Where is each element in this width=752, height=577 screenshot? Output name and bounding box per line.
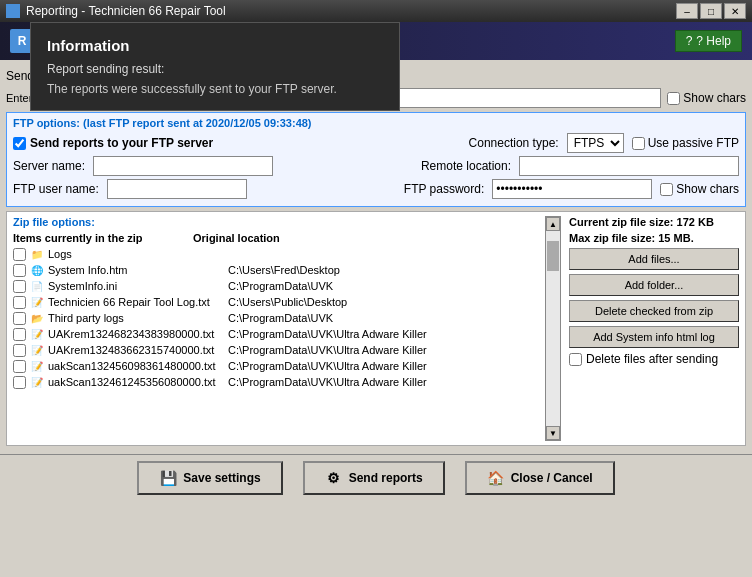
max-zip-size: Max zip file size: 15 MB. — [569, 232, 739, 244]
ftp-password-input[interactable] — [492, 179, 652, 199]
zip-item-name: Logs — [48, 248, 224, 260]
ftp-user-input[interactable] — [107, 179, 247, 199]
scroll-track — [546, 231, 560, 426]
zip-list-item: 📄 SystemInfo.ini C:\ProgramData\UVK — [13, 278, 537, 294]
show-chars-label[interactable]: Show chars — [667, 91, 746, 105]
zip-list-item: 📝 UAKrem132468234383980000.txt C:\Progra… — [13, 326, 537, 342]
popup-title: Information — [47, 37, 383, 54]
app-icon — [6, 4, 20, 18]
zip-item-icon: 📝 — [30, 359, 44, 373]
zip-item-checkbox[interactable] — [13, 264, 26, 277]
maximize-button[interactable]: □ — [700, 3, 722, 19]
zip-item-icon: 📝 — [30, 295, 44, 309]
window-title: Reporting - Technicien 66 Repair Tool — [26, 4, 226, 18]
zip-item-name: System Info.htm — [48, 264, 224, 276]
connection-type-select[interactable]: FTPS — [567, 133, 624, 153]
close-cancel-button[interactable]: 🏠 Close / Cancel — [465, 461, 615, 495]
zip-item-checkbox[interactable] — [13, 376, 26, 389]
zip-item-name: SystemInfo.ini — [48, 280, 224, 292]
ftp-user-label: FTP user name: — [13, 182, 99, 196]
zip-item-location: C:\ProgramData\UVK\Ultra Adware Killer — [228, 344, 537, 356]
zip-item-checkbox[interactable] — [13, 312, 26, 325]
zip-item-checkbox[interactable] — [13, 280, 26, 293]
bottom-toolbar: 💾 Save settings ⚙ Send reports 🏠 Close /… — [0, 454, 752, 501]
zip-item-checkbox[interactable] — [13, 328, 26, 341]
popup-subtitle: Report sending result: — [47, 62, 383, 76]
zip-item-checkbox[interactable] — [13, 248, 26, 261]
zip-scrollbar[interactable]: ▲ ▼ — [545, 216, 561, 441]
info-popup: Information Report sending result: The r… — [30, 22, 400, 111]
server-name-input[interactable] — [93, 156, 273, 176]
zip-list-item: 📂 Third party logs C:\ProgramData\UVK — [13, 310, 537, 326]
zip-item-location: C:\ProgramData\UVK\Ultra Adware Killer — [228, 328, 537, 340]
add-system-info-button[interactable]: Add System info html log — [569, 326, 739, 348]
zip-item-location: C:\ProgramData\UVK\Ultra Adware Killer — [228, 376, 537, 388]
scroll-thumb[interactable] — [547, 241, 559, 271]
minimize-button[interactable]: – — [676, 3, 698, 19]
zip-section: Zip file options: Items currently in the… — [6, 211, 746, 446]
remote-location-label: Remote location: — [421, 159, 511, 173]
zip-list-item: 📁 Logs — [13, 246, 537, 262]
zip-item-name: UAKrem132468234383980000.txt — [48, 328, 224, 340]
zip-list-item: 📝 uakScan132456098361480000.txt C:\Progr… — [13, 358, 537, 374]
help-icon: ? — [686, 34, 693, 48]
help-button[interactable]: ? ? Help — [675, 30, 742, 52]
delete-checked-button[interactable]: Delete checked from zip — [569, 300, 739, 322]
zip-item-name: uakScan132461245356080000.txt — [48, 376, 224, 388]
svg-rect-0 — [6, 4, 20, 18]
close-icon: 🏠 — [487, 469, 505, 487]
zip-header: Items currently in the zip Original loca… — [13, 232, 537, 244]
show-chars-checkbox[interactable] — [667, 92, 680, 105]
zip-list-item: 📝 UAKrem132483662315740000.txt C:\Progra… — [13, 342, 537, 358]
zip-col-loc: Original location — [193, 232, 537, 244]
zip-list-item: 📝 uakScan132461245356080000.txt C:\Progr… — [13, 374, 537, 390]
ftp-user-row: FTP user name: FTP password: Show chars — [13, 179, 739, 199]
main-content: Send reports by email: ir Tool Report fr… — [0, 60, 752, 454]
zip-item-location: C:\ProgramData\UVK\Ultra Adware Killer — [228, 360, 537, 372]
use-passive-label[interactable]: Use passive FTP — [632, 136, 739, 150]
ftp-section: FTP options: (last FTP report sent at 20… — [6, 112, 746, 207]
ftp-send-label[interactable]: Send reports to your FTP server — [13, 136, 213, 150]
ftp-title: FTP options: (last FTP report sent at 20… — [13, 117, 739, 129]
use-passive-checkbox[interactable] — [632, 137, 645, 150]
zip-title: Zip file options: — [13, 216, 537, 228]
ftp-server-row: Server name: Remote location: — [13, 156, 739, 176]
close-button[interactable]: ✕ — [724, 3, 746, 19]
zip-item-icon: 📁 — [30, 247, 44, 261]
zip-item-icon: 📝 — [30, 327, 44, 341]
zip-item-checkbox[interactable] — [13, 344, 26, 357]
zip-item-icon: 📝 — [30, 375, 44, 389]
zip-item-icon: 📄 — [30, 279, 44, 293]
zip-item-name: Third party logs — [48, 312, 224, 324]
zip-item-location: C:\ProgramData\UVK — [228, 280, 537, 292]
scroll-down-button[interactable]: ▼ — [546, 426, 560, 440]
scroll-up-button[interactable]: ▲ — [546, 217, 560, 231]
save-settings-button[interactable]: 💾 Save settings — [137, 461, 282, 495]
zip-items-list: 📁 Logs 🌐 System Info.htm C:\Users\Fred\D… — [13, 246, 537, 441]
ftp-send-checkbox[interactable] — [13, 137, 26, 150]
current-zip-size: Current zip file size: 172 KB — [569, 216, 739, 228]
add-files-button[interactable]: Add files... — [569, 248, 739, 270]
add-folder-button[interactable]: Add folder... — [569, 274, 739, 296]
zip-item-icon: 📝 — [30, 343, 44, 357]
zip-item-location: C:\Users\Public\Desktop — [228, 296, 537, 308]
delete-after-label[interactable]: Delete files after sending — [569, 352, 739, 366]
popup-text: The reports were successfully sent to yo… — [47, 82, 383, 96]
zip-right-panel: Current zip file size: 172 KB Max zip fi… — [569, 216, 739, 441]
zip-item-checkbox[interactable] — [13, 296, 26, 309]
remote-location-input[interactable] — [519, 156, 739, 176]
send-icon: ⚙ — [325, 469, 343, 487]
delete-after-checkbox[interactable] — [569, 353, 582, 366]
zip-item-checkbox[interactable] — [13, 360, 26, 373]
zip-item-name: Technicien 66 Repair Tool Log.txt — [48, 296, 224, 308]
send-reports-button[interactable]: ⚙ Send reports — [303, 461, 445, 495]
zip-item-icon: 🌐 — [30, 263, 44, 277]
title-bar: Reporting - Technicien 66 Repair Tool – … — [0, 0, 752, 22]
ftp-show-chars-checkbox[interactable] — [660, 183, 673, 196]
ftp-show-chars-label[interactable]: Show chars — [660, 182, 739, 196]
connection-type-label: Connection type: — [469, 136, 559, 150]
ftp-password-label: FTP password: — [404, 182, 484, 196]
zip-item-location: C:\ProgramData\UVK — [228, 312, 537, 324]
server-name-label: Server name: — [13, 159, 85, 173]
zip-col-name: Items currently in the zip — [13, 232, 193, 244]
